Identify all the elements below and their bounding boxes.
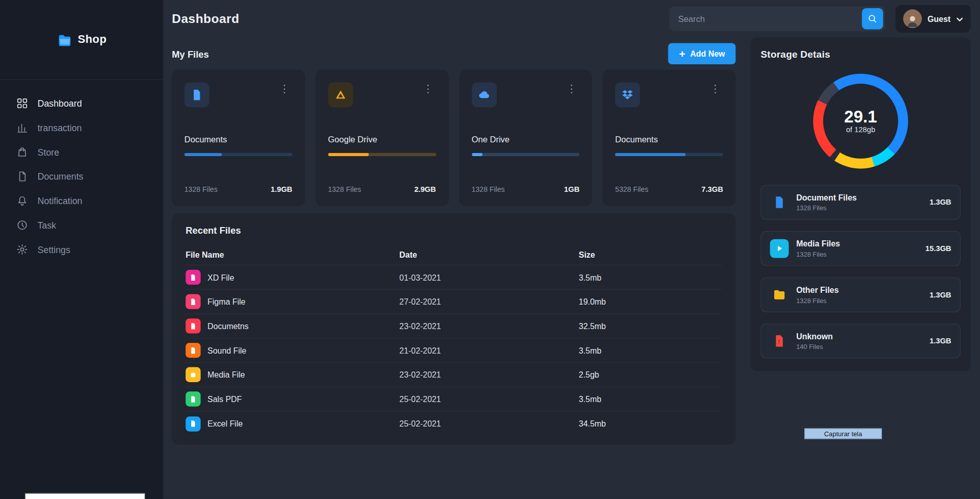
search-button[interactable] <box>862 8 883 30</box>
file-type-icon <box>185 270 200 285</box>
storage-item-other[interactable]: Other Files 1328 Files 1.3GB <box>760 277 961 312</box>
sidebar-nav: Dashboard transaction Store Documents <box>0 80 163 262</box>
add-new-label: Add New <box>690 49 725 58</box>
card-progress <box>184 153 292 156</box>
card-files-count: 1328 Files <box>328 185 361 193</box>
my-files-title: My Files <box>172 48 209 59</box>
card-menu-icon[interactable]: ⋮ <box>277 83 293 96</box>
storage-item-unknown[interactable]: ! Unknown 140 Files 1.3GB <box>760 323 961 359</box>
file-cards: ⋮ Documents 1328 Files 1.9GB <box>172 70 736 206</box>
storage-details-title: Storage Detais <box>760 48 961 60</box>
sidebar-item-dashboard[interactable]: Dashboard <box>16 91 163 116</box>
file-name: Media File <box>207 370 245 379</box>
google-drive-icon <box>328 83 353 108</box>
storage-item-size: 15.3GB <box>925 244 951 253</box>
chevron-down-icon <box>956 13 963 24</box>
storage-item-media[interactable]: Media Files 1328 Files 15.3GB <box>760 231 961 266</box>
file-icon <box>184 83 209 108</box>
sidebar-item-transaction[interactable]: transaction <box>16 115 163 140</box>
sidebar-item-documents[interactable]: Documents <box>16 164 163 189</box>
sidebar-item-label: Store <box>37 147 59 157</box>
my-files-header: My Files + Add New <box>172 37 736 70</box>
progress-fill <box>615 153 685 156</box>
shopping-bag-icon <box>16 146 28 158</box>
file-date: 01-03-2021 <box>399 272 579 282</box>
folder-icon <box>770 285 789 304</box>
file-date: 25-02-2021 <box>399 419 579 428</box>
card-title: Documents <box>615 135 723 144</box>
card-size: 1GB <box>564 185 580 193</box>
storage-item-files: 1328 Files <box>796 204 856 212</box>
storage-item-files: 140 Files <box>796 343 833 351</box>
user-menu[interactable]: Guest <box>896 5 971 33</box>
file-type-icon <box>185 367 200 382</box>
card-menu-icon[interactable]: ⋮ <box>707 83 723 96</box>
file-date: 25-02-2021 <box>399 394 579 404</box>
card-size: 2.9GB <box>414 185 436 193</box>
table-row[interactable]: Figma File 27-02-2021 19.0mb <box>185 290 722 314</box>
table-row[interactable]: Excel File 25-02-2021 34.5mb <box>185 412 722 436</box>
shop-logo-icon <box>57 32 73 48</box>
table-row[interactable]: XD File 01-03-2021 3.5mb <box>185 265 722 290</box>
sidebar-item-label: Dashboard <box>37 98 82 109</box>
file-size: 3.5mb <box>579 272 722 282</box>
table-row[interactable]: Sound File 21-02-2021 3.5mb <box>185 338 722 363</box>
card-title: Google Drive <box>328 135 436 144</box>
svg-text:!: ! <box>778 339 780 345</box>
file-name: Sals PDF <box>207 394 242 404</box>
file-name: Excel File <box>207 419 243 428</box>
table-row[interactable]: Sals PDF 25-02-2021 3.5mb <box>185 387 722 412</box>
sidebar-item-task[interactable]: Task <box>16 213 163 237</box>
file-size: 34.5mb <box>579 419 722 428</box>
progress-fill <box>184 153 222 156</box>
table-row[interactable]: Media File 23-02-2021 2.5gb <box>185 363 722 387</box>
file-name: Sound File <box>207 345 246 355</box>
file-type-icon <box>185 294 200 309</box>
recent-files-title: Recent Files <box>185 225 722 236</box>
file-size: 32.5mb <box>579 321 722 331</box>
sidebar-item-settings[interactable]: Settings <box>16 237 163 262</box>
bar-chart-icon <box>16 122 28 134</box>
file-card-dropbox[interactable]: ⋮ Documents 5328 Files 7.3GB <box>603 70 735 206</box>
sidebar-item-label: Notification <box>37 196 82 206</box>
file-card-documents[interactable]: ⋮ Documents 1328 Files 1.9GB <box>172 70 305 206</box>
capture-screen-badge[interactable]: Capturar tela <box>804 429 882 439</box>
add-new-button[interactable]: + Add New <box>668 43 736 64</box>
card-menu-icon[interactable]: ⋮ <box>564 83 580 96</box>
file-card-google-drive[interactable]: ⋮ Google Drive 1328 Files 2.9GB <box>316 70 448 206</box>
file-size: 3.5mb <box>579 394 722 404</box>
storage-item-files: 1328 Files <box>796 296 839 304</box>
unknown-file-icon: ! <box>770 332 789 351</box>
sidebar-item-store[interactable]: Store <box>16 140 163 164</box>
card-size: 7.3GB <box>702 185 723 193</box>
avatar <box>903 9 922 28</box>
plus-icon: + <box>679 48 685 59</box>
storage-details-panel: Storage Detais 29.1 of 128gb <box>751 37 971 371</box>
card-title: Documents <box>184 135 292 144</box>
document-file-icon <box>770 193 789 212</box>
card-title: One Drive <box>471 135 579 144</box>
user-name: Guest <box>927 14 950 23</box>
media-play-icon <box>770 239 789 258</box>
card-progress <box>615 153 723 156</box>
sidebar-item-notification[interactable]: Notification <box>16 189 163 213</box>
storage-total-label: of 128gb <box>846 126 875 134</box>
storage-item-name: Document Files <box>796 193 856 202</box>
sidebar: Shop Dashboard transaction Store <box>0 0 163 499</box>
search-input[interactable] <box>678 14 862 23</box>
storage-item-size: 1.3GB <box>929 290 951 299</box>
table-row[interactable]: Documetns 23-02-2021 32.5mb <box>185 314 722 339</box>
top-bar: Dashboard Guest <box>172 0 971 37</box>
app-logo[interactable]: Shop <box>57 32 107 48</box>
page-title: Dashboard <box>172 12 240 26</box>
column-file-name: File Name <box>185 251 399 260</box>
card-progress <box>471 153 579 156</box>
storage-item-size: 1.3GB <box>929 198 951 207</box>
card-menu-icon[interactable]: ⋮ <box>420 83 436 96</box>
storage-item-documents[interactable]: Document Files 1328 Files 1.3GB <box>760 185 961 220</box>
bell-icon <box>16 195 28 207</box>
card-files-count: 1328 Files <box>471 185 505 193</box>
grid-icon <box>16 97 28 109</box>
file-card-one-drive[interactable]: ⋮ One Drive 1328 Files 1GB <box>459 70 592 206</box>
column-size: Size <box>579 251 722 260</box>
